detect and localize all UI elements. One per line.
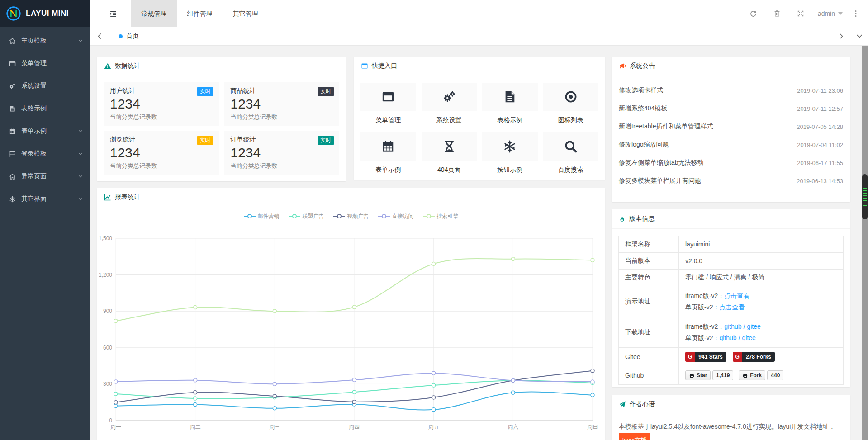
demo-iframe-link[interactable]: 点击查看 <box>724 292 749 299</box>
caret-down-icon <box>838 12 843 15</box>
layui-doc-badge[interactable]: layui文档 <box>619 433 650 440</box>
table-row: 主要特色 零门槛 / 响应式 / 清爽 / 极简 <box>619 270 844 286</box>
sidebar-item-system-settings[interactable]: 系统设置 <box>0 75 90 97</box>
shortcut-404-page[interactable]: 404页面 <box>422 132 477 174</box>
window-icon <box>361 62 368 70</box>
snowflake-icon <box>503 140 517 153</box>
nav-tab-other[interactable]: 其它管理 <box>223 0 268 27</box>
tab-controls <box>832 27 868 45</box>
svg-text:周四: 周四 <box>349 424 360 430</box>
svg-text:周三: 周三 <box>269 424 280 430</box>
gitee-stars-badge[interactable]: G 941 Stars <box>685 352 726 362</box>
user-menu[interactable]: admin <box>812 10 848 17</box>
gitee-logo-icon: G <box>685 352 695 362</box>
nav-tab-general[interactable]: 常规管理 <box>131 0 177 27</box>
legend-item-4[interactable]: 搜索引擎 <box>423 213 459 220</box>
home-icon <box>9 173 20 180</box>
sidebar-item-home-template[interactable]: 主页模板 <box>0 29 90 52</box>
trash-icon[interactable] <box>765 10 789 17</box>
svg-text:周二: 周二 <box>190 424 201 430</box>
tab-scroll-right-icon[interactable] <box>832 27 850 45</box>
demo-onepage-link[interactable]: 点击查看 <box>719 303 745 311</box>
github-fork-button[interactable]: Fork 440 <box>739 370 783 380</box>
gitee-logo-icon: G <box>733 352 742 362</box>
status-badge: 实时 <box>197 136 213 145</box>
scrollbar-stripes <box>863 188 867 208</box>
github-icon <box>689 373 695 378</box>
fullscreen-icon[interactable] <box>789 10 812 17</box>
panel-title: 报表统计 <box>115 193 140 201</box>
chevron-down-icon <box>78 151 83 156</box>
svg-text:300: 300 <box>103 381 112 387</box>
collapse-menu-icon[interactable] <box>100 0 127 27</box>
svg-text:600: 600 <box>103 345 112 351</box>
stat-card-users: 用户统计 实时 1234 当前分类总记录数 <box>104 82 219 126</box>
shortcut-table-example[interactable]: 表格示例 <box>482 83 538 124</box>
shortcut-menu-management[interactable]: 菜单管理 <box>360 83 416 124</box>
tab-menu-dropdown-icon[interactable] <box>850 27 868 45</box>
sidebar-item-form-example[interactable]: 表单示例 <box>0 120 90 142</box>
bullhorn-icon <box>619 62 626 70</box>
download-github-link[interactable]: github <box>724 323 741 330</box>
sidebar-item-error-pages[interactable]: 异常页面 <box>0 165 90 188</box>
svg-text:0: 0 <box>109 417 112 424</box>
app-screen: LAYUI MINI 主页模板 菜单管理 <box>0 0 868 440</box>
status-badge: 实时 <box>197 87 213 96</box>
github-star-count: 1,419 <box>712 370 733 380</box>
report-chart: 邮件营销联盟广告视频广告直接访问搜索引擎 03006009001,2001,50… <box>97 207 605 440</box>
chevron-down-icon <box>78 128 83 134</box>
nav-tab-components[interactable]: 组件管理 <box>177 0 223 27</box>
table-row: 下载地址 iframe版-v2：github/gitee 单页版-v2：gith… <box>619 317 844 348</box>
announcement-row: 修复多模块菜单栏展开有问题 2019-06-13 14:53 <box>619 172 843 190</box>
panel-title: 快捷入口 <box>372 62 397 70</box>
stat-value: 1234 <box>231 145 333 161</box>
announcement-row: 修改logo缩放问题 2019-07-04 11:02 <box>619 136 843 154</box>
sidebar-item-other-ui[interactable]: 其它界面 <box>0 188 90 210</box>
github-star-button[interactable]: Star 1,419 <box>685 370 733 380</box>
download-gitee-link[interactable]: gitee <box>747 323 760 330</box>
shortcut-form-example[interactable]: 表单示例 <box>360 132 416 174</box>
stat-card-views: 浏览统计 实时 1234 当前分类总记录数 <box>104 131 219 175</box>
scrollbar-thumb[interactable] <box>862 174 868 219</box>
shortcut-system-settings[interactable]: 系统设置 <box>422 83 477 124</box>
file-icon <box>9 105 20 112</box>
sidebar-item-menu-management[interactable]: 菜单管理 <box>0 52 90 75</box>
shortcut-button-example[interactable]: 按钮示例 <box>482 132 538 174</box>
top-header: 常规管理 组件管理 其它管理 admin <box>90 0 868 27</box>
gitee-forks-badge[interactable]: G 278 Forks <box>733 352 775 362</box>
shortcut-baidu-search[interactable]: 百度搜索 <box>543 132 599 174</box>
app-logo[interactable]: LAYUI MINI <box>0 0 90 27</box>
fire-icon <box>619 216 626 222</box>
panel-shortcuts: 快捷入口 菜单管理 系统设置 表格示例 <box>354 57 605 180</box>
svg-text:1,200: 1,200 <box>99 272 112 278</box>
sidebar-item-login-template[interactable]: 登录模板 <box>0 142 90 165</box>
window-icon <box>381 90 395 104</box>
legend-item-3[interactable]: 直接访问 <box>378 213 414 220</box>
svg-text:周五: 周五 <box>428 424 439 430</box>
shortcut-icon-list[interactable]: 图标列表 <box>543 83 599 124</box>
legend-item-2[interactable]: 视频广告 <box>333 213 369 220</box>
announcement-row: 修改选项卡样式 2019-07-11 23:06 <box>619 81 843 99</box>
flag-icon <box>9 151 20 157</box>
vertical-scrollbar[interactable] <box>862 46 868 440</box>
tab-scroll-left-icon[interactable] <box>90 27 109 45</box>
legend-marker-icon <box>423 213 435 219</box>
window-icon <box>9 60 20 67</box>
refresh-icon[interactable] <box>742 10 765 18</box>
sidebar: LAYUI MINI 主页模板 菜单管理 <box>0 0 90 440</box>
download-github-link[interactable]: github <box>719 334 736 341</box>
hourglass-icon <box>442 140 456 153</box>
chevron-down-icon <box>78 174 83 179</box>
svg-text:周一: 周一 <box>110 424 121 430</box>
header-nav: 常规管理 组件管理 其它管理 <box>131 0 268 27</box>
legend-item-1[interactable]: 联盟广告 <box>289 213 324 220</box>
legend-marker-icon <box>378 213 390 219</box>
svg-text:1,500: 1,500 <box>99 235 112 241</box>
download-gitee-link[interactable]: gitee <box>742 334 756 341</box>
sidebar-item-table-example[interactable]: 表格示例 <box>0 97 90 120</box>
more-options-icon[interactable] <box>848 10 863 17</box>
tab-home[interactable]: 首页 <box>109 27 149 45</box>
announcement-row: 新增treetable插件和菜单管理样式 2019-07-05 14:28 <box>619 118 843 136</box>
calendar-icon <box>381 140 395 153</box>
legend-item-0[interactable]: 邮件营销 <box>244 213 280 220</box>
